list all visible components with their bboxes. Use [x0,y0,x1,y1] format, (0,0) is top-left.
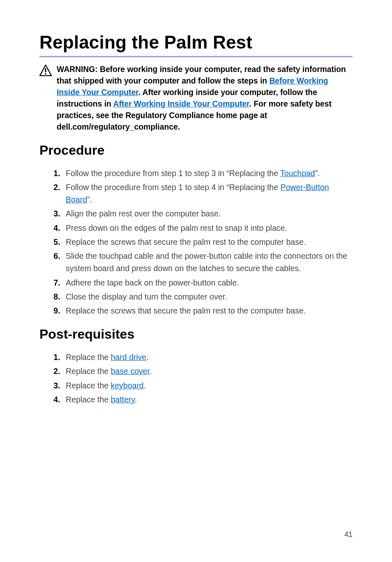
page-title: Replacing the Palm Rest [39,32,353,53]
procedure-step-3: Align the palm rest over the computer ba… [62,207,353,220]
post1-text-a: Replace the [66,353,111,362]
post1-text-b: . [146,353,148,362]
procedure-list: Follow the procedure from step 1 to step… [39,167,353,317]
procedure-step-8: Close the display and turn the computer … [62,290,353,303]
post-requisites-list: Replace the hard drive. Replace the base… [39,351,353,406]
post3-text-b: . [144,381,146,390]
link-after-working[interactable]: After Working Inside Your Computer [113,100,249,108]
page-container: Replacing the Palm Rest WARNING: Before … [0,0,392,562]
procedure-step-6: Slide the touchpad cable and the power-b… [62,250,353,274]
procedure-heading: Procedure [39,143,353,158]
post4-text-b: . [135,395,137,404]
post2-text-a: Replace the [66,367,111,376]
warning-text: WARNING: Before working inside your comp… [57,64,353,133]
step1-text-b: ”. [315,169,320,178]
procedure-step-1: Follow the procedure from step 1 to step… [62,167,353,179]
step2-text-b: ”. [87,195,92,204]
post-step-1: Replace the hard drive. [62,351,353,363]
post-requisites-heading: Post-requisites [39,327,353,342]
step1-text-a: Follow the procedure from step 1 to step… [66,169,280,178]
warning-icon [39,65,52,79]
post-step-3: Replace the keyboard. [62,379,353,392]
step2-text-a: Follow the procedure from step 1 to step… [66,183,280,192]
post2-text-b: . [150,367,152,376]
link-touchpad[interactable]: Touchpad [280,169,315,178]
warning-block: WARNING: Before working inside your comp… [39,64,353,133]
svg-rect-2 [45,73,46,74]
link-battery[interactable]: battery [111,395,135,404]
post3-text-a: Replace the [66,381,111,390]
link-hard-drive[interactable]: hard drive [111,353,147,362]
post-step-4: Replace the battery. [62,393,353,406]
procedure-step-9: Replace the screws that secure the palm … [62,304,353,317]
svg-rect-1 [45,68,46,72]
page-number: 41 [344,530,353,539]
post4-text-a: Replace the [66,395,111,404]
procedure-step-5: Replace the screws that secure the palm … [62,236,353,248]
procedure-step-7: Adhere the tape back on the power-button… [62,276,353,289]
procedure-step-4: Press down on the edges of the palm rest… [62,222,353,234]
link-keyboard[interactable]: keyboard [111,381,144,390]
procedure-step-2: Follow the procedure from step 1 to step… [62,181,353,206]
title-rule [39,56,353,57]
link-base-cover[interactable]: base cover [111,367,150,376]
post-step-2: Replace the base cover. [62,365,353,377]
